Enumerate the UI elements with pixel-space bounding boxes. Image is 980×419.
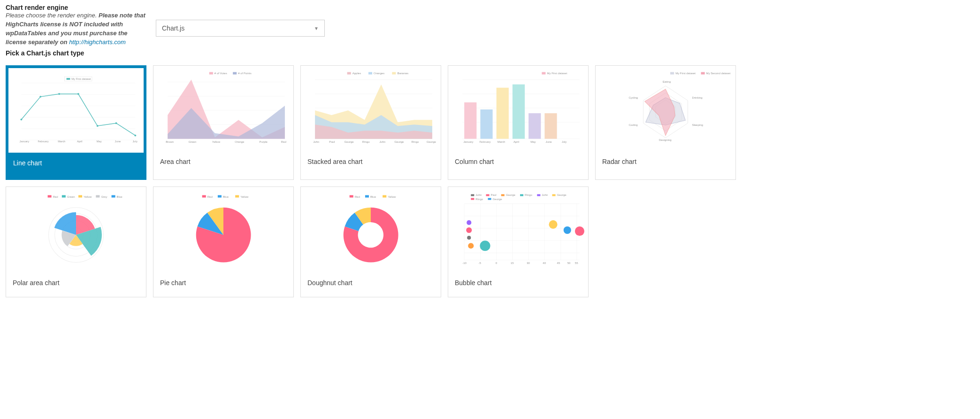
svg-text:Red: Red	[281, 140, 286, 143]
svg-text:15: 15	[511, 262, 514, 264]
svg-text:My First dataset: My First dataset	[675, 72, 696, 75]
svg-text:45: 45	[557, 262, 560, 264]
svg-text:George: George	[345, 140, 354, 143]
svg-rect-129	[552, 194, 556, 196]
svg-text:40: 40	[543, 262, 546, 264]
svg-text:Drinking: Drinking	[692, 96, 702, 99]
svg-text:Paul: Paul	[329, 140, 335, 143]
svg-point-15	[134, 135, 136, 137]
chart-card-doughnut[interactable]: Red Blue Yellow Doughnut chart	[300, 186, 441, 297]
chart-type-grid: My First dataset JanuaryFebruaryMarchApr…	[6, 65, 974, 297]
svg-rect-23	[209, 72, 213, 75]
chart-card-line[interactable]: My First dataset JanuaryFebruaryMarchApr…	[6, 65, 146, 180]
svg-text:George: George	[394, 140, 404, 143]
svg-text:Yellow: Yellow	[84, 195, 92, 198]
svg-point-151	[468, 243, 474, 249]
thumb-doughnut: Red Blue Yellow	[301, 187, 441, 272]
svg-text:Blue: Blue	[223, 195, 229, 198]
engine-select[interactable]: Chart.js ▼	[156, 20, 325, 37]
thumb-bubble: John Paul George Ringo John George Ringo…	[448, 187, 588, 272]
engine-title: Chart render engine	[6, 4, 146, 11]
svg-text:Yellow: Yellow	[388, 195, 396, 198]
svg-text:Ringo: Ringo	[475, 198, 483, 201]
engine-select-value: Chart.js	[162, 24, 184, 32]
svg-rect-111	[235, 195, 239, 198]
chart-card-column[interactable]: My First dataset JanuaryFebruaryMarchApr…	[448, 65, 589, 180]
svg-text:John: John	[313, 140, 319, 143]
svg-text:Eating: Eating	[663, 80, 671, 83]
engine-desc: Please choose the render engine. Please …	[6, 11, 146, 47]
svg-text:55: 55	[575, 262, 578, 264]
svg-text:April: April	[77, 140, 83, 143]
svg-text:Green: Green	[67, 195, 75, 198]
chevron-down-icon: ▼	[314, 26, 319, 31]
svg-rect-97	[78, 195, 82, 198]
svg-text:January: January	[20, 140, 30, 143]
svg-text:-10: -10	[462, 262, 467, 264]
svg-rect-25	[233, 72, 237, 75]
svg-text:March: March	[498, 140, 505, 143]
svg-text:Bananas: Bananas	[397, 72, 408, 75]
highcharts-link[interactable]: http://highcharts.com	[69, 39, 126, 46]
svg-text:50: 50	[567, 262, 571, 264]
svg-text:March: March	[58, 140, 65, 143]
svg-point-150	[466, 227, 472, 233]
chart-card-label: Doughnut chart	[301, 272, 441, 297]
svg-text:Sleeping: Sleeping	[692, 124, 703, 127]
svg-text:Red: Red	[53, 195, 58, 198]
svg-rect-69	[544, 113, 557, 139]
chart-card-area[interactable]: # of Votes # of Points BrownGreenYellowO…	[153, 65, 294, 180]
svg-rect-127	[537, 194, 540, 196]
svg-text:Purple: Purple	[260, 140, 268, 143]
chart-card-pie[interactable]: Red Blue Yellow Pie chart	[153, 186, 294, 297]
svg-text:30: 30	[527, 262, 530, 264]
svg-text:January: January	[463, 140, 473, 143]
svg-rect-65	[480, 109, 492, 139]
svg-rect-99	[96, 195, 100, 198]
svg-rect-80	[701, 72, 705, 75]
svg-text:February: February	[479, 140, 490, 143]
svg-text:George: George	[493, 198, 503, 201]
chart-card-bubble[interactable]: John Paul George Ringo John George Ringo…	[448, 186, 589, 297]
svg-rect-66	[497, 88, 509, 139]
svg-text:July: July	[562, 140, 567, 143]
svg-point-149	[467, 236, 471, 240]
svg-rect-113	[350, 195, 353, 198]
svg-text:My First dataset: My First dataset	[547, 72, 567, 75]
svg-text:Coding: Coding	[628, 124, 637, 127]
svg-rect-67	[513, 85, 525, 139]
svg-text:John: John	[475, 194, 482, 197]
chart-card-label: Stacked area chart	[301, 150, 441, 176]
svg-text:Paul: Paul	[491, 194, 497, 197]
svg-text:Ringo: Ringo	[412, 140, 419, 143]
svg-rect-109	[218, 195, 222, 198]
svg-point-13	[97, 125, 99, 127]
svg-text:-5: -5	[478, 262, 481, 264]
thumb-stacked-area: Apples Oranges Bananas JohnPaulGeorgeRin…	[301, 66, 441, 150]
desc-prefix: Please choose the render engine.	[6, 12, 99, 19]
chart-card-label: Area chart	[153, 150, 293, 176]
svg-point-11	[58, 93, 60, 95]
chart-card-polar[interactable]: Red Green Yellow Grey Blue Polar area ch…	[6, 186, 146, 297]
chart-card-label: Radar chart	[596, 150, 735, 176]
svg-text:# of Points: # of Points	[238, 72, 252, 75]
svg-point-155	[575, 226, 584, 236]
svg-point-14	[115, 123, 117, 124]
svg-rect-125	[520, 194, 523, 196]
svg-point-12	[77, 93, 79, 95]
thumb-column: My First dataset JanuaryFebruaryMarchApr…	[448, 66, 588, 150]
chart-card-stacked-area[interactable]: Apples Oranges Bananas JohnPaulGeorgeRin…	[300, 65, 441, 180]
svg-text:0: 0	[496, 262, 498, 264]
svg-point-153	[480, 241, 490, 251]
svg-text:Brown: Brown	[166, 140, 174, 143]
svg-rect-119	[471, 194, 474, 196]
svg-text:May: May	[97, 140, 102, 143]
thumb-polar: Red Green Yellow Grey Blue	[6, 187, 146, 272]
svg-text:May: May	[530, 140, 536, 143]
svg-text:George: George	[427, 140, 436, 143]
chart-card-radar[interactable]: My First dataset My Second dataset Eatin…	[595, 65, 736, 180]
svg-point-156	[564, 226, 571, 234]
chart-card-label: Line chart	[8, 153, 144, 177]
svg-text:Yellow: Yellow	[240, 195, 249, 198]
chart-card-label: Polar area chart	[6, 272, 146, 297]
